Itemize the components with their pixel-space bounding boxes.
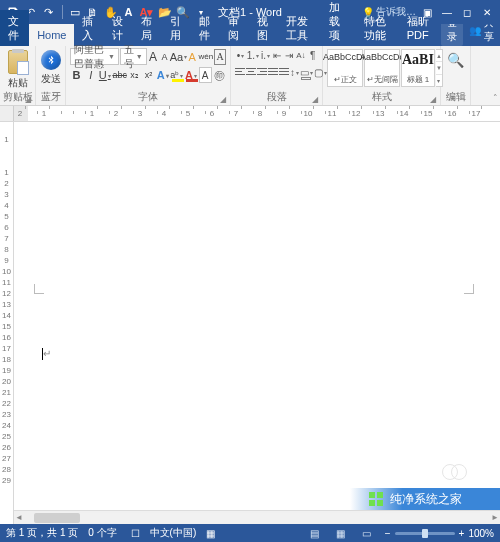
collapse-ribbon-icon[interactable]: ˄ [493, 93, 498, 103]
underline-button[interactable]: U▾ [98, 67, 111, 83]
style-heading1[interactable]: AaBI 标题 1 [401, 49, 435, 87]
group-font: 阿里巴巴普惠 ▼ 五号 ▼ A A Aa▾ A wén A B I U▾ abc… [66, 46, 231, 105]
tab-review[interactable]: 审阅 [220, 10, 249, 46]
tab-addins[interactable]: 加载项 [321, 0, 357, 46]
bullets-button[interactable]: •▾ [235, 48, 246, 63]
page-2[interactable]: ↵ [24, 308, 484, 510]
show-marks-button[interactable]: ¶ [307, 48, 318, 63]
ruler-tick: 13 [0, 300, 13, 311]
paste-icon[interactable] [8, 50, 28, 74]
text-effects-button[interactable]: A▾ [156, 67, 169, 83]
find-icon[interactable]: 🔍 [447, 52, 464, 68]
tab-devtools[interactable]: 开发工具 [278, 10, 320, 46]
view-web-icon[interactable]: ▭ [359, 526, 375, 540]
ruler-tick: 26 [0, 443, 13, 454]
ruler-tick: 1 [38, 109, 50, 118]
scroll-track[interactable] [34, 513, 480, 523]
align-justify-button[interactable] [268, 65, 278, 80]
tab-design[interactable]: 设计 [104, 10, 133, 46]
horizontal-ruler[interactable]: 211234567891011121314151617 [0, 106, 500, 122]
redo-icon[interactable]: ↷ [40, 4, 57, 21]
clear-format-button[interactable]: A [187, 49, 198, 65]
sort-button[interactable]: A↓ [295, 48, 306, 63]
tab-home[interactable]: Home [29, 24, 74, 46]
ruler-tick: 4 [158, 109, 170, 118]
close-icon[interactable]: ✕ [478, 3, 496, 21]
increase-indent-button[interactable]: ⇥ [284, 48, 295, 63]
ruler-tick [0, 146, 13, 157]
view-print-icon[interactable]: ▦ [333, 526, 349, 540]
underline-label: U [99, 69, 107, 81]
tab-mailings[interactable]: 邮件 [191, 10, 220, 46]
shrink-font-button[interactable]: A [159, 49, 170, 65]
style-preview: AaBI [402, 52, 434, 68]
tab-view[interactable]: 视图 [249, 10, 278, 46]
status-language[interactable]: 中文(中国) [150, 526, 197, 540]
tab-file[interactable]: 文件 [0, 10, 29, 46]
font-size-combo[interactable]: 五号 ▼ [120, 48, 147, 65]
bluetooth-send-label[interactable]: 发送 [41, 72, 61, 86]
decrease-indent-button[interactable]: ⇤ [272, 48, 283, 63]
bluetooth-icon[interactable] [41, 50, 61, 70]
zoom-control[interactable]: − + 100% [385, 528, 494, 539]
minimize-icon[interactable]: — [438, 3, 456, 21]
font-name-combo[interactable]: 阿里巴巴普惠 ▼ [70, 48, 119, 65]
enclose-char-button[interactable]: ㊞ [213, 67, 226, 83]
ruler-tick: 9 [278, 109, 290, 118]
italic-button[interactable]: I [84, 67, 97, 83]
status-page[interactable]: 第 1 页，共 1 页 [6, 526, 78, 540]
zoom-level[interactable]: 100% [468, 528, 494, 539]
numbering-button[interactable]: 1.▾ [247, 48, 259, 63]
char-border-button[interactable]: A [214, 49, 226, 65]
superscript-button[interactable]: x² [142, 67, 155, 83]
ruler-tick: 1 [0, 168, 13, 179]
strike-button[interactable]: abc [112, 67, 127, 83]
numbering-glyph: 1. [247, 50, 255, 61]
ribbon-display-icon[interactable]: ▣ [418, 3, 436, 21]
shading-button[interactable]: ▭▾ [300, 65, 313, 80]
document-workspace: 1123456789101112131415161718192021222324… [0, 122, 500, 524]
char-shading-button[interactable]: A [199, 67, 212, 83]
multilevel-button[interactable]: i.▾ [260, 48, 271, 63]
view-read-icon[interactable]: ▤ [307, 526, 323, 540]
zoom-out-icon[interactable]: − [385, 528, 391, 539]
status-lang-icon[interactable]: ☐ [131, 528, 140, 539]
group-editing: 🔍 编辑 [441, 46, 471, 105]
scroll-right-icon[interactable]: ► [490, 513, 500, 522]
ruler-tick: 13 [374, 109, 386, 118]
scroll-left-icon[interactable]: ◄ [14, 513, 24, 522]
status-macro-icon[interactable]: ▦ [206, 528, 215, 539]
line-spacing-button[interactable]: ↕▾ [290, 65, 299, 80]
paste-label[interactable]: 粘贴 [8, 76, 28, 90]
tab-references[interactable]: 引用 [162, 10, 191, 46]
document-viewport[interactable]: ↵ [14, 122, 500, 510]
clipboard-launcher-icon[interactable]: ◢ [23, 94, 33, 104]
bold-button[interactable]: B [70, 67, 83, 83]
status-words[interactable]: 0 个字 [88, 526, 116, 540]
grow-font-button[interactable]: A [148, 49, 159, 65]
align-right-button[interactable] [257, 65, 267, 80]
paragraph-launcher-icon[interactable]: ◢ [310, 94, 320, 104]
zoom-slider[interactable] [395, 532, 455, 535]
style-nospacing[interactable]: AaBbCcDc ↵无间隔 [364, 49, 400, 87]
styles-launcher-icon[interactable]: ◢ [428, 94, 438, 104]
phonetic-guide-button[interactable]: wén [198, 49, 213, 65]
font-launcher-icon[interactable]: ◢ [218, 94, 228, 104]
tab-layout[interactable]: 布局 [133, 10, 162, 46]
style-normal[interactable]: AaBbCcDc ↵正文 [327, 49, 363, 87]
highlight-button[interactable]: aᵇ▾ [170, 67, 183, 83]
change-case-button[interactable]: Aa▾ [171, 49, 186, 65]
align-left-button[interactable] [235, 65, 245, 80]
maximize-icon[interactable]: ◻ [458, 3, 476, 21]
tab-insert[interactable]: 插入 [74, 10, 103, 46]
align-distributed-button[interactable] [279, 65, 289, 80]
font-color-button[interactable]: A▾ [184, 67, 197, 83]
vertical-ruler[interactable]: 1123456789101112131415161718192021222324… [0, 122, 14, 524]
subscript-button[interactable]: x₂ [128, 67, 141, 83]
align-center-button[interactable] [246, 65, 256, 80]
horizontal-scrollbar[interactable]: ◄ ► [14, 510, 500, 524]
ruler-tick: 25 [0, 432, 13, 443]
scroll-thumb[interactable] [34, 513, 80, 523]
tell-me-box[interactable]: 💡 告诉我… [362, 5, 416, 19]
zoom-in-icon[interactable]: + [459, 528, 465, 539]
